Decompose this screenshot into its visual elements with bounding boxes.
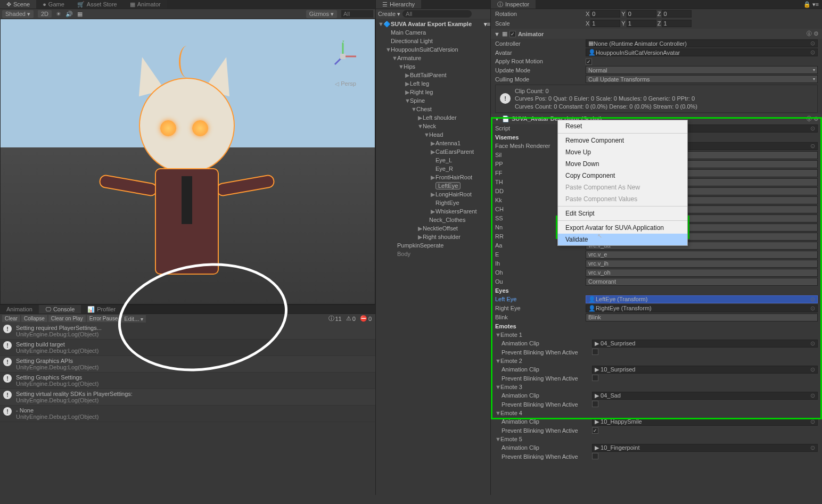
scale-y-input[interactable] [627,20,656,27]
error-pause-button[interactable]: Error Pause [87,315,120,322]
orientation-gizmo[interactable]: y [327,40,359,72]
culling-mode-dropdown[interactable]: Cull Update Transforms▾ [586,75,818,83]
hierarchy-item[interactable]: ▶NecktieOffset [376,224,490,233]
tab-console[interactable]: 🖵 Console [39,305,81,313]
avatar-field[interactable]: 👤 HouppouInSuitCatVersionAvatar⊙ [586,48,818,56]
scale-x-input[interactable] [590,20,620,27]
hierarchy-item[interactable]: Body [376,250,490,258]
log-entry[interactable]: !Setting build targetUnityEngine.Debug:L… [0,340,375,356]
hierarchy-search-input[interactable] [402,10,472,18]
hierarchy-item[interactable]: ▼Armature [376,54,490,62]
animation-clip-field[interactable]: ▶ 04_Sad⊙ [592,392,818,400]
viseme-field[interactable]: Cormorant [586,278,818,286]
clear-on-play-button[interactable]: Clear on Play [48,315,86,322]
hierarchy-item[interactable]: ▼Neck [376,122,490,130]
hierarchy-item[interactable]: ▼Spine [376,96,490,105]
context-menu-item[interactable]: Validate [558,234,687,245]
controller-field[interactable]: ▦ None (Runtime Animator Controller)⊙ [586,39,818,47]
rotation-z-input[interactable] [662,10,692,18]
editor-dropdown[interactable]: Edit... ▾ [121,315,146,323]
warn-count[interactable]: ⚠ 0 [344,315,357,323]
emote-foldout[interactable]: ▼Emote 5 [491,435,822,443]
hierarchy-item[interactable]: LeftEye [376,181,490,190]
context-menu-item[interactable]: Reset [558,120,687,132]
animator-enabled-checkbox[interactable] [509,31,516,37]
create-dropdown[interactable]: Create ▾ [378,11,400,18]
context-menu-item[interactable]: Move Down [558,158,687,170]
gizmos-dropdown[interactable]: Gizmos ▾ [306,10,337,18]
emote-foldout[interactable]: ▼Emote 4 [491,409,822,417]
lock-icon[interactable]: 🔒 ▾≡ [800,0,822,9]
tab-scene[interactable]: ✥ Scene [0,0,36,9]
hierarchy-item[interactable]: Neck_Clothes [376,216,490,224]
hierarchy-item[interactable]: Eye_R [376,164,490,173]
hierarchy-item[interactable]: ▶Left shoulder [376,113,490,122]
prevent-blink-checkbox[interactable] [592,349,598,355]
tab-profiler[interactable]: 📊 Profiler [81,305,122,313]
error-count[interactable]: ⛔ 0 [358,315,373,323]
gear-icon[interactable]: 🛈 ⚙ [806,115,819,122]
context-menu-item[interactable]: Remove Component [558,135,687,146]
viseme-field[interactable]: vrc.v_e [586,251,818,259]
context-menu-item[interactable]: Edit Script [558,208,687,219]
scene-search-input[interactable] [341,10,373,18]
clear-button[interactable]: Clear [2,315,20,322]
hierarchy-item[interactable]: ▶Antenna1 [376,139,490,147]
avatar-model[interactable] [86,40,288,301]
tab-hierarchy[interactable]: ☰ Hierarchy [376,0,421,9]
info-count[interactable]: ⓘ 11 [327,315,343,323]
hierarchy-item[interactable]: ▶FrontHairRoot [376,173,490,181]
hierarchy-item[interactable]: ▶LongHairRoot [376,190,490,199]
animator-component-header[interactable]: ▼▦ Animator 🛈 ⚙ [491,29,822,39]
hierarchy-item[interactable]: ▶WhiskersParent [376,207,490,216]
tab-animator[interactable]: ▦ Animator [124,0,167,9]
update-mode-dropdown[interactable]: Normal▾ [586,66,818,74]
shading-mode-dropdown[interactable]: Shaded ▾ [2,10,34,18]
animation-clip-field[interactable]: ▶ 10_Fingerpoint⊙ [592,444,818,452]
hierarchy-item[interactable]: Main Camera [376,28,490,37]
context-menu-item[interactable]: Export Avatar for SUVA Application [558,222,687,234]
prevent-blink-checkbox[interactable] [592,427,598,434]
audio-icon[interactable]: 🔊 [65,11,73,18]
viseme-field[interactable]: vrc.v_ih [586,260,818,268]
viseme-field[interactable]: vrc.v_oh [586,269,818,277]
righteye-field[interactable]: 👤 RightEye (Transform)⊙ [586,304,818,312]
lefteye-field[interactable]: 👤 LeftEye (Transform)⊙ [586,295,818,303]
hierarchy-item[interactable]: ▼Head [376,130,490,139]
animation-clip-field[interactable]: ▶ 10_HappySmile⊙ [592,418,818,426]
hierarchy-item[interactable]: ▶ButtTailParent [376,71,490,79]
scene-viewport[interactable]: y ◁ Persp [0,19,375,304]
log-entry[interactable]: !- NoneUnityEngine.Debug:Log(Object) [0,406,375,422]
log-entry[interactable]: !Setting virtual reality SDKs in PlayerS… [0,389,375,406]
rotation-x-input[interactable] [590,10,620,18]
tab-game[interactable]: ● Game [36,0,71,9]
tab-asset-store[interactable]: 🛒 Asset Store [71,0,124,9]
emote-foldout[interactable]: ▼Emote 3 [491,383,822,391]
scene-root[interactable]: ▼🔷 SUVA Avatar Export Example▾≡ [376,20,490,28]
prevent-blink-checkbox[interactable] [592,401,598,407]
apply-root-checkbox[interactable] [586,59,592,65]
emote-foldout[interactable]: ▼Emote 2 [491,357,822,365]
tab-animation[interactable]: Animation [0,305,39,313]
hierarchy-item[interactable]: ▼HouppouInSuitCatVersion [376,45,490,54]
scale-z-input[interactable] [662,20,692,27]
hierarchy-item[interactable]: ▼Chest [376,105,490,113]
hierarchy-item[interactable]: Directional Light [376,37,490,45]
hierarchy-item[interactable]: ▶Right leg [376,88,490,96]
hierarchy-item[interactable]: Eye_L [376,156,490,164]
blink-field[interactable]: Blink [586,313,818,321]
animation-clip-field[interactable]: ▶ 10_Surprised⊙ [592,366,818,374]
light-icon[interactable]: ☀ [56,11,61,18]
hierarchy-item[interactable]: ▼Hips [376,62,490,71]
gear-icon[interactable]: 🛈 ⚙ [806,30,819,37]
fx-icon[interactable]: ▦ [77,11,83,18]
hierarchy-item[interactable]: ▶CatEarsParent [376,147,490,156]
hierarchy-item[interactable]: ▶Right shoulder [376,233,490,241]
projection-label[interactable]: ◁ Persp [335,80,356,87]
log-entry[interactable]: !Setting Graphics APIsUnityEngine.Debug:… [0,356,375,373]
rotation-y-input[interactable] [627,10,656,18]
context-menu-item[interactable]: Move Up [558,146,687,158]
prevent-blink-checkbox[interactable] [592,375,598,381]
animation-clip-field[interactable]: ▶ 04_Surprised⊙ [592,340,818,348]
prevent-blink-checkbox[interactable] [592,453,598,459]
